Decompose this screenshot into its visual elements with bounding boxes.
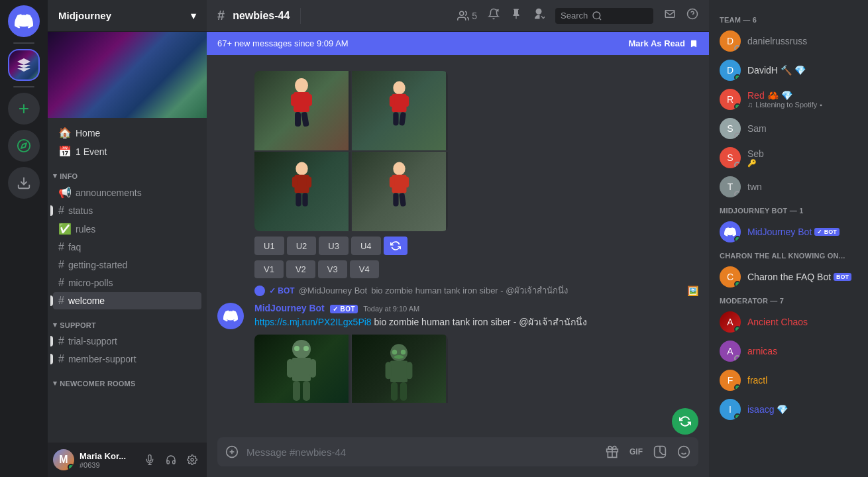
notification-icon[interactable] <box>488 8 500 23</box>
member-sam[interactable]: S Sam <box>714 114 863 143</box>
category-support[interactable]: ▾ SUPPORT <box>48 310 207 332</box>
member-seb[interactable]: S Seb 🔑 <box>714 143 863 172</box>
microphone-button[interactable] <box>140 450 159 469</box>
member-charonfaqbot[interactable]: C Charon the FAQ Bot BOT <box>714 262 863 292</box>
sidebar-item-faq[interactable]: # faq <box>53 238 201 256</box>
member-avatar-sam: S <box>720 118 741 139</box>
server-bar: + <box>0 0 48 477</box>
member-name-isaacg: isaacg <box>747 404 774 415</box>
sidebar-item-announcements[interactable]: 📢 announcements <box>53 184 201 201</box>
svg-rect-14 <box>291 94 296 106</box>
headphone-button[interactable] <box>162 450 180 469</box>
svg-rect-28 <box>296 193 301 206</box>
add-attachment-button[interactable] <box>223 443 241 461</box>
member-info-danielrussruss: danielrussruss <box>747 36 807 46</box>
server-divider-2 <box>13 86 34 87</box>
member-name-ancient: Ancient Chaos <box>747 317 808 327</box>
typing-indicator-button[interactable] <box>672 408 698 435</box>
message-text: https://s.mj.run/PX2ILgx5Pi8 bio zombie … <box>254 316 698 329</box>
svg-point-24 <box>296 162 307 175</box>
server-banner <box>48 32 207 118</box>
sidebar-item-rules[interactable]: ✅ rules <box>53 220 201 238</box>
discover-servers-button[interactable] <box>8 130 40 162</box>
member-support-icon: # <box>58 353 64 365</box>
v3-button[interactable]: V3 <box>318 260 347 278</box>
sidebar-item-trial-support[interactable]: # trial-support <box>53 333 201 350</box>
svg-point-18 <box>393 81 405 94</box>
sidebar-item-member-support[interactable]: # member-support <box>53 350 201 368</box>
category-info[interactable]: ▾ INFO <box>48 161 207 183</box>
gif-button[interactable]: GIF <box>627 445 645 459</box>
pin-icon[interactable] <box>510 8 522 23</box>
announcements-label: announcements <box>76 187 142 198</box>
download-apps-button[interactable] <box>8 167 40 199</box>
sidebar-item-getting-started[interactable]: # getting-started <box>53 256 201 274</box>
member-midjourneybot[interactable]: MidJourney Bot ✓ BOT <box>714 217 863 246</box>
member-count-icon[interactable]: 5 <box>457 10 477 22</box>
member-fractl[interactable]: F fractl <box>714 366 863 395</box>
member-ancient-chaos[interactable]: A Ancient Chaos <box>714 307 863 337</box>
message-timestamp: Today at 9:10 AM <box>363 305 419 313</box>
channel-hash-icon: # <box>217 8 225 23</box>
help-icon[interactable] <box>686 8 698 23</box>
member-avatar-twn: T <box>720 176 741 197</box>
sidebar-item-status[interactable]: # status <box>53 202 201 219</box>
trial-support-icon: # <box>58 335 64 347</box>
svg-point-42 <box>294 346 299 351</box>
member-avatar-charon: C <box>720 266 741 288</box>
sidebar-item-micro-polls[interactable]: # micro-polls <box>53 274 201 292</box>
emoji-button[interactable] <box>675 443 693 461</box>
inbox-icon[interactable] <box>664 8 676 23</box>
mjbot-name-row: MidJourney Bot ✓ BOT <box>747 227 840 237</box>
member-red[interactable]: R Red 🦀 💎 ♫ Listening to Spotify ▪ <box>714 85 863 114</box>
member-davidh[interactable]: D DavidH 🔨 💎 <box>714 56 863 85</box>
message-link[interactable]: https://s.mj.run/PX2ILgx5Pi8 <box>254 317 372 327</box>
nitro-gift-button[interactable] <box>603 443 622 461</box>
svg-rect-37 <box>292 358 311 381</box>
sidebar-item-home[interactable]: 🏠 Home <box>53 124 201 142</box>
message-input[interactable] <box>246 439 598 465</box>
offline-dot-arnicas <box>734 355 741 362</box>
mark-as-read-button[interactable]: Mark As Read <box>629 38 699 48</box>
u4-button[interactable]: U4 <box>351 237 381 255</box>
u1-button[interactable]: U1 <box>254 237 284 255</box>
svg-rect-33 <box>404 176 408 187</box>
v1-button[interactable]: V1 <box>254 260 284 278</box>
welcome-bullet <box>50 295 53 306</box>
member-arnicas[interactable]: A arnicas <box>714 337 863 366</box>
svg-rect-35 <box>399 192 406 206</box>
server-divider <box>13 42 34 44</box>
micro-polls-label: micro-polls <box>68 278 113 288</box>
category-newcomer[interactable]: ▾ NEWCOMER ROOMS <box>48 368 207 390</box>
action-buttons-v: V1 V2 V3 V4 <box>254 260 698 278</box>
v4-button[interactable]: V4 <box>350 260 379 278</box>
message-header: MidJourney Bot ✓ BOT Today at 9:10 AM <box>254 303 698 313</box>
sidebar-item-welcome[interactable]: # welcome <box>53 292 201 309</box>
sticker-button[interactable] <box>651 443 669 461</box>
server-header[interactable]: Midjourney ▾ <box>48 0 207 32</box>
u2-button[interactable]: U2 <box>287 237 317 255</box>
v2-button[interactable]: V2 <box>286 260 315 278</box>
bot-username: MidJourney Bot <box>254 303 325 313</box>
image-grid-top <box>254 71 448 231</box>
members-list-icon[interactable] <box>533 8 545 23</box>
search-placeholder-text: Search <box>561 11 588 21</box>
settings-button[interactable] <box>183 450 201 469</box>
u3-button[interactable]: U3 <box>319 237 349 255</box>
add-server-button[interactable]: + <box>8 93 40 125</box>
midjourney-server-icon[interactable] <box>8 49 40 81</box>
member-isaacg[interactable]: I isaacg 💎 <box>714 395 863 424</box>
member-twn[interactable]: T twn <box>714 172 863 201</box>
sidebar-item-event[interactable]: 📅 1 Event <box>53 142 201 160</box>
discord-home-button[interactable] <box>8 5 40 37</box>
image-cell-4 <box>352 152 448 231</box>
new-messages-banner[interactable]: 67+ new messages since 9:09 AM Mark As R… <box>207 32 709 55</box>
member-danielrussruss[interactable]: D danielrussruss <box>714 26 863 56</box>
refresh-button[interactable] <box>384 237 407 255</box>
image-attachment-icon[interactable]: 🖼️ <box>687 286 698 296</box>
bot-badge: ✓ BOT <box>330 305 358 313</box>
svg-rect-41 <box>303 381 310 401</box>
search-box[interactable]: Search <box>555 8 653 24</box>
bookmark-icon <box>689 39 698 48</box>
zombie-cell-1 <box>254 335 351 403</box>
